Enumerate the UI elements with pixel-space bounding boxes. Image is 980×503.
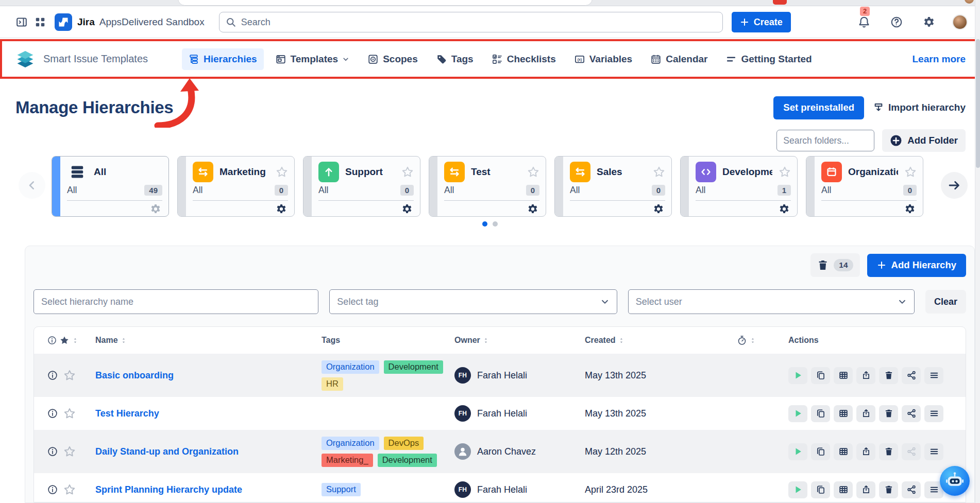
star-icon[interactable] [63, 369, 76, 381]
duplicate-button[interactable] [811, 481, 830, 498]
set-preinstalled-button[interactable]: Set preinstalled [773, 96, 864, 119]
star-icon[interactable] [401, 166, 414, 178]
gear-icon[interactable] [276, 203, 287, 215]
sort-icon[interactable] [121, 337, 127, 344]
delete-button[interactable] [879, 443, 898, 460]
learn-more-link[interactable]: Learn more [913, 54, 966, 65]
run-button[interactable] [788, 481, 807, 498]
export-button[interactable] [856, 405, 875, 422]
star-filled-icon[interactable] [59, 335, 70, 345]
info-icon[interactable] [47, 370, 58, 380]
delete-button[interactable] [879, 481, 898, 498]
add-folder-button[interactable]: Add Folder [882, 129, 966, 152]
help-button[interactable] [887, 13, 906, 31]
nav-item-calendar[interactable]: Calendar [644, 48, 714, 70]
column-header-created[interactable]: Created [585, 336, 616, 345]
clear-filters-button[interactable]: Clear [925, 290, 966, 314]
hierarchy-name-link[interactable]: Basic onboarding [95, 370, 174, 380]
sort-icon[interactable] [483, 337, 489, 344]
duplicate-button[interactable] [811, 405, 830, 422]
export-button[interactable] [856, 443, 875, 460]
export-button[interactable] [856, 481, 875, 498]
carousel-dot-2[interactable] [493, 221, 498, 227]
trash-bin-button[interactable]: 14 [810, 253, 859, 277]
info-icon[interactable] [47, 446, 58, 457]
table-view-button[interactable] [834, 367, 853, 384]
share-button[interactable] [902, 367, 921, 384]
duplicate-button[interactable] [811, 443, 830, 460]
hierarchy-name-link[interactable]: Test Hierarchy [95, 408, 159, 419]
delete-button[interactable] [879, 367, 898, 384]
run-button[interactable] [788, 405, 807, 422]
gear-icon[interactable] [401, 203, 413, 215]
hierarchy-name-link[interactable]: Sprint Planning Hierarchy update [95, 484, 242, 495]
star-icon[interactable] [276, 166, 288, 178]
folder-card-support[interactable]: SupportAll0 [303, 156, 420, 217]
carousel-prev-button[interactable] [19, 172, 45, 199]
add-hierarchy-button[interactable]: Add Hierarchy [867, 254, 966, 277]
nav-item-checklists[interactable]: Checklists [485, 48, 563, 70]
folder-card-marketing[interactable]: MarketingAll0 [177, 156, 295, 217]
chatbot-button[interactable] [940, 466, 970, 496]
share-button[interactable] [902, 481, 921, 498]
nav-item-templates[interactable]: Templates [269, 48, 357, 70]
gear-icon[interactable] [150, 203, 161, 215]
carousel-next-button[interactable] [941, 172, 968, 199]
create-button[interactable]: Create [732, 12, 791, 32]
hierarchy-name-link[interactable]: Daily Stand-up and Organization [95, 446, 239, 457]
nav-item-variables[interactable]: (x)Variables [568, 48, 639, 70]
star-icon[interactable] [63, 483, 76, 496]
search-input[interactable] [241, 17, 716, 28]
run-button[interactable] [788, 367, 807, 384]
gear-icon[interactable] [904, 203, 916, 215]
gear-icon[interactable] [779, 203, 790, 215]
share-button[interactable] [902, 405, 921, 422]
table-view-button[interactable] [834, 443, 853, 460]
star-icon[interactable] [63, 445, 76, 458]
duplicate-button[interactable] [811, 367, 830, 384]
folder-card-test[interactable]: TestAll0 [429, 156, 546, 217]
info-icon[interactable] [47, 484, 58, 495]
star-icon[interactable] [904, 166, 917, 178]
global-search[interactable] [219, 12, 723, 32]
sort-icon[interactable] [72, 337, 78, 344]
hierarchy-name-input[interactable] [41, 297, 311, 307]
user-filter-select[interactable]: Select user [628, 289, 915, 314]
sidebar-toggle-button[interactable] [12, 13, 31, 31]
table-view-button[interactable] [834, 481, 853, 498]
app-switcher-button[interactable] [31, 13, 49, 31]
folder-card-sales[interactable]: SalesAll0 [554, 156, 672, 217]
table-view-button[interactable] [834, 405, 853, 422]
star-icon[interactable] [779, 166, 791, 178]
more-button[interactable] [924, 405, 943, 422]
search-folders-input[interactable] [776, 130, 874, 151]
run-button[interactable] [788, 443, 807, 460]
column-header-owner[interactable]: Owner [454, 336, 480, 345]
column-header-name[interactable]: Name [95, 336, 118, 345]
sort-icon[interactable] [618, 337, 624, 344]
user-avatar[interactable] [952, 14, 968, 30]
nav-item-getting-started[interactable]: Getting Started [719, 48, 818, 70]
folder-card-development[interactable]: DevelopmentAll1 [680, 156, 798, 217]
settings-button[interactable] [920, 13, 938, 31]
star-icon[interactable] [527, 166, 539, 178]
more-button[interactable] [924, 443, 943, 460]
scrollbar-thumb[interactable] [976, 39, 980, 168]
nav-item-tags[interactable]: Tags [430, 48, 480, 70]
vertical-scrollbar[interactable] [975, 0, 980, 503]
jira-logo-icon[interactable] [55, 13, 72, 31]
star-icon[interactable] [653, 166, 665, 178]
star-icon[interactable] [63, 407, 76, 420]
export-button[interactable] [856, 367, 875, 384]
carousel-dot-1[interactable] [482, 221, 487, 227]
gear-icon[interactable] [653, 203, 664, 215]
tag-filter-select[interactable]: Select tag [329, 289, 617, 314]
delete-button[interactable] [879, 405, 898, 422]
hierarchy-name-filter[interactable] [33, 289, 318, 314]
share-button[interactable] [902, 443, 921, 460]
gear-icon[interactable] [527, 203, 538, 215]
nav-item-hierarchies[interactable]: Hierarchies [182, 48, 264, 70]
more-button[interactable] [924, 367, 943, 384]
folder-card-all[interactable]: AllAll49 [52, 156, 169, 217]
info-icon[interactable] [47, 408, 58, 419]
